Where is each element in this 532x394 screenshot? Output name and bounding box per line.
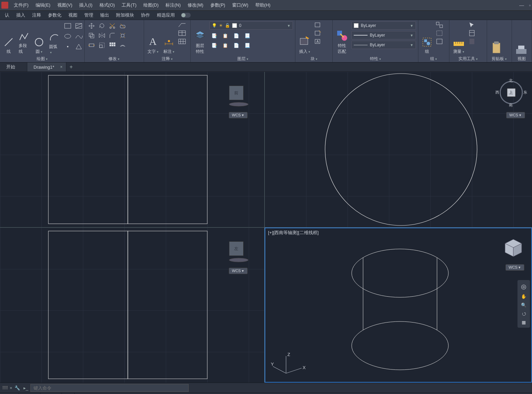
ribbon-tab[interactable]: 参数化 bbox=[45, 11, 65, 20]
viewport-iso[interactable]: [+][西南等轴测][二维线框] Z X Y WCS ▾ ◎ ✋ 🔍 bbox=[265, 228, 532, 383]
calc-icon[interactable] bbox=[468, 38, 476, 45]
block-edit-icon[interactable] bbox=[314, 30, 322, 37]
tool-point-icon[interactable] bbox=[63, 42, 73, 51]
layer-icon[interactable]: 📑 bbox=[209, 31, 219, 40]
menu-format[interactable]: 格式(O) bbox=[96, 2, 118, 8]
wrench-icon[interactable]: 🔧 bbox=[15, 385, 20, 391]
tool-region-icon[interactable] bbox=[74, 42, 84, 51]
erase-icon[interactable] bbox=[118, 21, 127, 30]
block-insert[interactable]: 插入 bbox=[297, 21, 312, 55]
tool-text[interactable]: A文字 bbox=[146, 21, 160, 55]
block-attr-icon[interactable]: A bbox=[314, 38, 322, 45]
linetype-select[interactable]: ByLayer▼ bbox=[351, 41, 416, 49]
panel-title[interactable]: 注释 bbox=[162, 56, 173, 62]
group-mgr-icon[interactable] bbox=[436, 38, 443, 45]
drag-handle-icon[interactable]: ⠿⠿ bbox=[2, 385, 8, 391]
wcs-badge[interactable]: WCS ▾ bbox=[505, 264, 524, 271]
compass[interactable]: 北 南 东 西 上 bbox=[497, 79, 525, 106]
trim-icon[interactable] bbox=[107, 21, 117, 30]
color-select[interactable]: ByLayer▼ bbox=[351, 21, 416, 30]
explode-icon[interactable] bbox=[118, 31, 127, 40]
doc-tab-drawing[interactable]: Drawing1*× bbox=[27, 63, 66, 71]
viewport-front[interactable]: 前 WCS ▾ bbox=[0, 72, 265, 228]
viewcube[interactable]: 前 bbox=[229, 86, 244, 100]
command-input[interactable] bbox=[30, 384, 189, 392]
panel-title[interactable]: 修改 bbox=[108, 56, 120, 62]
window-minimize-icon[interactable]: — bbox=[519, 2, 524, 8]
panel-title[interactable]: 剪贴板 bbox=[492, 56, 507, 62]
move-icon[interactable] bbox=[87, 21, 96, 30]
block-create-icon[interactable] bbox=[314, 21, 322, 28]
layer-icon[interactable]: 📋 bbox=[220, 41, 230, 50]
tool-hatch-icon[interactable] bbox=[74, 21, 84, 30]
table2-icon[interactable] bbox=[178, 38, 186, 45]
panel-title[interactable]: 块 bbox=[311, 56, 317, 62]
tool-polyline[interactable]: 多段线 bbox=[17, 21, 30, 55]
ribbon-tab[interactable]: 协作 bbox=[137, 11, 153, 20]
panel-title[interactable]: 实用工具 bbox=[458, 56, 478, 62]
tool-dim[interactable]: 标注 bbox=[162, 21, 176, 55]
ribbon-tab[interactable]: 插入 bbox=[13, 11, 29, 20]
mirror-icon[interactable] bbox=[97, 31, 107, 40]
measure-btn[interactable]: 测量 bbox=[452, 21, 466, 55]
layer-icon[interactable]: 📃 bbox=[243, 41, 252, 50]
zoom-icon[interactable]: 🔍 bbox=[521, 302, 526, 308]
doc-tab-start[interactable]: 开始 bbox=[0, 63, 27, 71]
ribbon-tab[interactable]: 管理 bbox=[81, 11, 97, 20]
ribbon-tab[interactable]: 注释 bbox=[29, 11, 45, 20]
layer-icon[interactable]: 📄 bbox=[231, 41, 241, 50]
layer-select[interactable]: 💡 ☀ 🔓 0 ▼ bbox=[209, 21, 293, 30]
layer-props[interactable]: 图层 特性 bbox=[193, 21, 207, 55]
ribbon-tab[interactable]: 精选应用 bbox=[153, 11, 178, 20]
wcs-badge[interactable]: WCS ▾ bbox=[229, 112, 248, 118]
tool-rect-icon[interactable] bbox=[63, 21, 73, 30]
layer-icon[interactable]: 📑 bbox=[209, 41, 219, 50]
menu-file[interactable]: 文件(F) bbox=[10, 2, 32, 8]
ribbon-tab[interactable]: 认 bbox=[1, 11, 13, 20]
viewcube[interactable]: 左 bbox=[229, 241, 244, 256]
tool-circle[interactable]: 圆 bbox=[32, 21, 46, 55]
viewcube-iso[interactable] bbox=[502, 237, 524, 259]
nav-bar[interactable]: ◎ ✋ 🔍 ⭯ ▦ bbox=[517, 280, 530, 328]
close-icon[interactable]: × bbox=[10, 385, 12, 391]
stretch-icon[interactable] bbox=[87, 41, 96, 50]
viewport-left[interactable]: 左 WCS ▾ bbox=[0, 228, 265, 383]
copy-icon[interactable] bbox=[87, 31, 96, 40]
app-icon[interactable] bbox=[1, 2, 8, 9]
wcs-badge[interactable]: WCS ▾ bbox=[506, 112, 525, 118]
pan-icon[interactable]: ✋ bbox=[521, 294, 526, 299]
layer-icon[interactable]: 📋 bbox=[220, 31, 230, 40]
new-tab-button[interactable]: + bbox=[66, 64, 76, 70]
rotate-icon[interactable] bbox=[97, 21, 107, 30]
menu-dim[interactable]: 标注(N) bbox=[162, 2, 184, 8]
menu-insert[interactable]: 插入(I) bbox=[76, 2, 96, 8]
menu-window[interactable]: 窗口(W) bbox=[229, 2, 252, 8]
lineweight-select[interactable]: ByLayer▼ bbox=[351, 31, 416, 39]
group-btn[interactable]: 组 bbox=[420, 21, 434, 55]
ribbon-tab[interactable]: 视图 bbox=[65, 11, 81, 20]
menu-param[interactable]: 参数(P) bbox=[207, 2, 229, 8]
tool-spline-icon[interactable] bbox=[74, 32, 84, 41]
ungroup-icon[interactable] bbox=[436, 21, 443, 28]
ribbon-switch[interactable] bbox=[181, 13, 191, 18]
orbit-icon[interactable]: ⭯ bbox=[522, 311, 526, 316]
panel-title[interactable]: 图层 bbox=[237, 56, 248, 62]
fillet-icon[interactable] bbox=[107, 31, 117, 40]
layer-icon[interactable]: 📃 bbox=[243, 31, 252, 40]
table-icon[interactable] bbox=[178, 30, 186, 37]
ribbon-tab[interactable]: 输出 bbox=[97, 11, 113, 20]
layer-icon[interactable]: 📄 bbox=[231, 31, 241, 40]
showmotion-icon[interactable]: ▦ bbox=[522, 320, 526, 325]
ribbon-tab[interactable]: 附加模块 bbox=[113, 11, 137, 20]
wcs-badge[interactable]: WCS ▾ bbox=[229, 268, 248, 274]
menu-draw[interactable]: 绘图(D) bbox=[140, 2, 162, 8]
quickcalc-icon[interactable] bbox=[468, 30, 476, 37]
menu-modify[interactable]: 修改(M) bbox=[184, 2, 207, 8]
leader-icon[interactable] bbox=[178, 21, 186, 28]
close-icon[interactable]: × bbox=[60, 65, 63, 69]
array-icon[interactable] bbox=[107, 41, 117, 50]
window-restore-icon[interactable]: ▫ bbox=[529, 2, 531, 8]
menu-edit[interactable]: 编辑(E) bbox=[32, 2, 54, 8]
tool-arc[interactable]: 圆弧 bbox=[48, 21, 61, 55]
panel-title[interactable]: 特性 bbox=[370, 56, 381, 62]
